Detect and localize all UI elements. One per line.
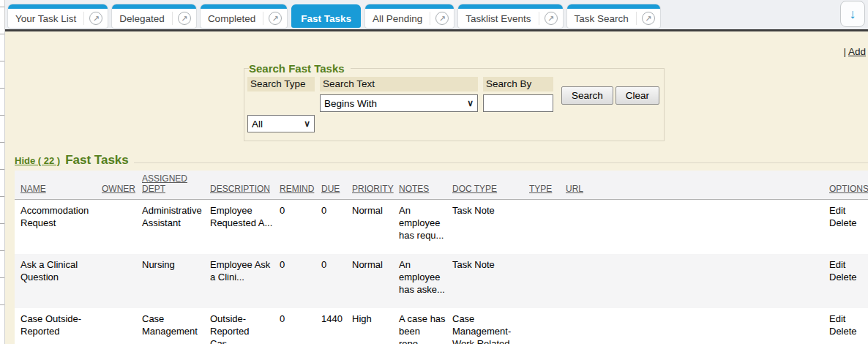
col-header-assigned-dept[interactable]: ASSIGNED DEPT xyxy=(139,171,207,200)
cell-url xyxy=(563,308,826,344)
cell-options: Edit Delete xyxy=(826,200,868,254)
col-header-remind[interactable]: REMIND xyxy=(277,171,318,200)
cell-owner xyxy=(99,308,139,344)
col-header-notes[interactable]: NOTES xyxy=(396,171,449,200)
search-buttons: Search Clear xyxy=(561,86,659,105)
fast-tasks-section-header: Hide ( 22 ) Fast Tasks xyxy=(15,153,868,168)
cell-options: Edit Delete xyxy=(826,254,868,308)
left-ruler xyxy=(0,0,5,344)
cell-name: Ask a Clinical Question xyxy=(15,254,99,308)
chevron-down-icon: ∨ xyxy=(304,119,310,129)
tab-delegated[interactable]: Delegated ↗ xyxy=(112,4,196,28)
search-by-select[interactable]: All ∨ xyxy=(247,115,315,132)
col-header-doc-type[interactable]: DOC TYPE xyxy=(449,171,526,200)
cell-remind: 0 xyxy=(277,254,318,308)
fast-tasks-table: NAME OWNER ASSIGNED DEPT DESCRIPTION REM… xyxy=(15,171,868,344)
edit-link[interactable]: Edit xyxy=(829,258,864,271)
delete-link[interactable]: Delete xyxy=(829,325,864,337)
cell-priority: Normal xyxy=(349,200,396,254)
tab-label: All Pending xyxy=(365,9,430,28)
tab-your-task-list[interactable]: Your Task List ↗ xyxy=(8,4,108,28)
col-header-url[interactable]: URL xyxy=(563,171,826,200)
open-in-new-icon[interactable]: ↗ xyxy=(637,9,660,28)
col-header-owner[interactable]: OWNER xyxy=(99,171,139,200)
table-row: Ask a Clinical Question Nursing Employee… xyxy=(15,254,868,308)
tab-label: Delegated xyxy=(112,9,172,28)
cell-assigned-dept: Nursing xyxy=(139,254,207,308)
delete-link[interactable]: Delete xyxy=(829,271,864,283)
tasklist-window: Your Task List ↗ Delegated ↗ Completed ↗… xyxy=(5,0,868,344)
cell-priority: Normal xyxy=(349,254,396,308)
tab-label: Your Task List xyxy=(8,9,83,28)
content-area: | Add Search Fast Tasks Search Type Sear… xyxy=(5,31,868,344)
edit-link[interactable]: Edit xyxy=(829,204,864,217)
open-in-new-icon[interactable]: ↗ xyxy=(430,9,454,28)
cell-options: Edit Delete xyxy=(826,308,868,344)
collapse-tabs-button[interactable]: ↓ xyxy=(840,1,865,27)
cell-type xyxy=(526,200,563,254)
cell-url xyxy=(563,200,826,254)
search-button[interactable]: Search xyxy=(561,86,613,105)
cell-name: Accommodation Request xyxy=(15,200,99,254)
section-title: Fast Tasks xyxy=(65,153,129,168)
col-header-options[interactable]: OPTIONS xyxy=(826,171,868,200)
search-panel: Search Fast Tasks Search Type Search Tex… xyxy=(244,62,665,141)
tab-label: Task Search xyxy=(567,9,636,28)
table-row: Accommodation Request Administrative Ass… xyxy=(15,200,868,254)
open-in-new-icon[interactable]: ↗ xyxy=(263,9,287,28)
cell-name: Case Outside-Reported xyxy=(15,308,99,344)
cell-type xyxy=(526,254,563,308)
cell-url xyxy=(563,254,826,308)
cell-doc-type: Case Management-Work Related Note xyxy=(449,308,526,344)
open-in-new-icon[interactable]: ↗ xyxy=(173,9,196,28)
col-header-name[interactable]: NAME xyxy=(15,171,99,200)
add-link[interactable]: Add xyxy=(848,46,866,57)
cell-type xyxy=(526,308,563,344)
table-header-row: NAME OWNER ASSIGNED DEPT DESCRIPTION REM… xyxy=(15,171,868,200)
col-header-description[interactable]: DESCRIPTION xyxy=(207,171,277,200)
section-divider xyxy=(134,162,868,163)
tab-label: Completed xyxy=(201,9,263,28)
hide-count-link[interactable]: Hide ( 22 ) xyxy=(15,155,60,166)
cell-due: 1440 xyxy=(318,308,349,344)
cell-due: 0 xyxy=(318,254,349,308)
tab-fast-tasks[interactable]: Fast Tasks xyxy=(291,4,361,28)
search-text-input[interactable] xyxy=(483,94,553,112)
cell-notes: An employee has aske... xyxy=(396,254,449,308)
cell-remind: 0 xyxy=(277,200,318,254)
cell-due: 0 xyxy=(318,200,349,254)
search-panel-title: Search Fast Tasks xyxy=(249,62,351,75)
search-type-select[interactable]: Begins With ∨ xyxy=(320,94,478,112)
open-in-new-icon[interactable]: ↗ xyxy=(84,9,108,28)
cell-priority: High xyxy=(349,308,396,344)
cell-description: Employee Requested A... xyxy=(207,200,277,254)
col-header-priority[interactable]: PRIORITY xyxy=(349,171,396,200)
delete-link[interactable]: Delete xyxy=(829,217,864,229)
tab-label: Tasklist Events xyxy=(458,9,538,28)
cell-assigned-dept: Case Management xyxy=(139,308,207,344)
tab-bar: Your Task List ↗ Delegated ↗ Completed ↗… xyxy=(5,0,868,29)
tab-tasklist-events[interactable]: Tasklist Events ↗ xyxy=(458,4,562,28)
search-type-label: Search Type xyxy=(247,77,315,91)
search-by-label: Search By xyxy=(483,77,553,91)
cell-doc-type: Task Note xyxy=(449,200,526,254)
cell-description: Employee Ask a Clini... xyxy=(207,254,277,308)
down-arrow-icon: ↓ xyxy=(850,7,856,22)
cell-notes: An employee has requ... xyxy=(396,200,449,254)
edit-link[interactable]: Edit xyxy=(829,313,864,325)
cell-notes: A case has been repo... xyxy=(396,308,449,344)
tab-completed[interactable]: Completed ↗ xyxy=(201,4,287,28)
cell-description: Outside-Reported Cas... xyxy=(207,308,277,344)
chevron-down-icon: ∨ xyxy=(467,98,474,108)
add-row: | Add xyxy=(5,31,868,61)
tab-label: Fast Tasks xyxy=(291,9,361,28)
cell-owner xyxy=(99,254,139,308)
col-header-due[interactable]: DUE xyxy=(318,171,349,200)
col-header-type[interactable]: TYPE xyxy=(526,171,563,200)
cell-owner xyxy=(99,200,139,254)
tab-task-search[interactable]: Task Search ↗ xyxy=(567,4,660,28)
search-text-label: Search Text xyxy=(320,77,478,91)
tab-all-pending[interactable]: All Pending ↗ xyxy=(365,4,454,28)
open-in-new-icon[interactable]: ↗ xyxy=(539,9,563,28)
clear-button[interactable]: Clear xyxy=(616,86,659,105)
